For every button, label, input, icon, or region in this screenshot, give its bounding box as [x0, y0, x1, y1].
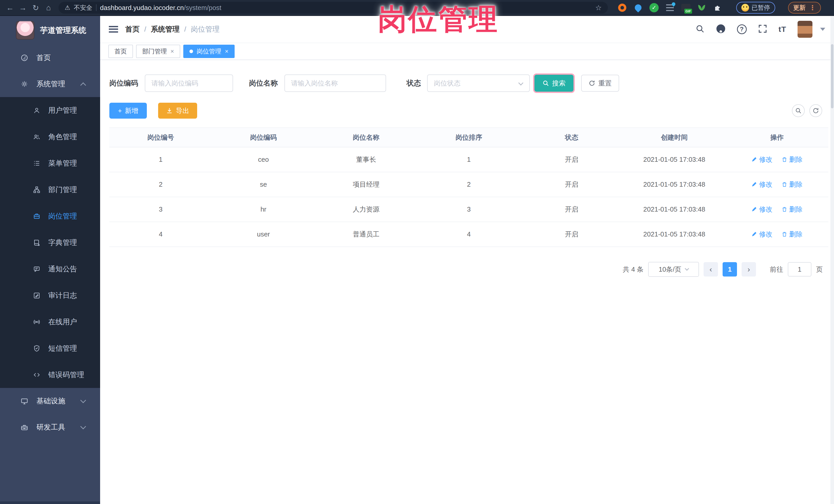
next-page-button[interactable]: › — [742, 262, 756, 277]
status-select[interactable]: 岗位状态 — [427, 74, 530, 92]
hide-search-button[interactable] — [792, 104, 805, 117]
post-code-input[interactable] — [145, 74, 233, 92]
book-icon — [33, 239, 41, 246]
cell-code: hr — [212, 197, 315, 222]
edit-link[interactable]: 修改 — [751, 180, 772, 189]
edit-log-icon — [33, 292, 41, 299]
extension-icon-check[interactable] — [650, 3, 659, 12]
extension-icon-plant[interactable] — [697, 3, 706, 12]
dashboard-icon — [21, 54, 28, 62]
refresh-table-button[interactable] — [809, 104, 822, 117]
edit-link[interactable]: 修改 — [751, 230, 772, 239]
fullscreen-icon[interactable] — [758, 24, 767, 35]
delete-link[interactable]: 删除 — [782, 205, 803, 214]
close-icon[interactable]: × — [225, 48, 228, 55]
search-form: 岗位编码 岗位名称 状态 岗位状态 搜索 重置 — [109, 74, 828, 92]
tab-post-mgmt[interactable]: 岗位管理 × — [183, 45, 235, 58]
url-path: /system/post — [184, 4, 221, 12]
reload-icon[interactable]: ↻ — [30, 2, 42, 14]
sidebar-item-dept-mgmt[interactable]: 部门管理 — [0, 176, 100, 203]
magnifier-icon — [542, 80, 549, 87]
sidebar-item-audit-log[interactable]: 审计日志 — [0, 282, 100, 309]
sidebar-item-label: 基础设施 — [37, 396, 65, 406]
status-label: 状态 — [407, 78, 421, 88]
sidebar-item-error-code[interactable]: 错误码管理 — [0, 361, 100, 388]
table-row: 3 hr 人力资源 3 开启 2021-01-05 17:03:48 修改 删除 — [109, 197, 828, 222]
total-count: 共 4 条 — [623, 265, 643, 274]
sidebar-item-menu-mgmt[interactable]: 菜单管理 — [0, 150, 100, 176]
sidebar-item-home[interactable]: 首页 — [0, 45, 100, 71]
pencil-icon — [751, 206, 757, 212]
sidebar-item-infrastructure[interactable]: 基础设施 — [0, 388, 100, 414]
refresh-icon — [812, 107, 819, 114]
scrollbar-track[interactable] — [830, 16, 834, 504]
menu-dots-icon[interactable]: ⋮ — [809, 4, 816, 12]
back-icon[interactable]: ← — [4, 2, 16, 14]
tab-home[interactable]: 首页 — [108, 45, 133, 58]
close-icon[interactable]: × — [171, 48, 174, 55]
table-row: 2 se 项目经理 2 开启 2021-01-05 17:03:48 修改 删除 — [109, 172, 828, 197]
add-button[interactable]: + 新增 — [109, 103, 147, 118]
sidebar-item-role-mgmt[interactable]: 角色管理 — [0, 124, 100, 150]
search-icon[interactable] — [695, 24, 705, 35]
export-button-label: 导出 — [176, 106, 189, 115]
sidebar-item-dict-mgmt[interactable]: 字典管理 — [0, 229, 100, 256]
home-icon[interactable]: ⌂ — [43, 2, 54, 14]
reset-button[interactable]: 重置 — [581, 75, 619, 92]
caret-down-icon[interactable] — [820, 28, 825, 31]
sidebar-item-online-users[interactable]: 在线用户 — [0, 309, 100, 335]
cell-status: 开启 — [520, 172, 623, 197]
extension-icon-sliders[interactable] — [665, 3, 675, 12]
hamburger-icon[interactable] — [109, 26, 118, 32]
cell-id: 3 — [109, 197, 212, 222]
github-icon[interactable] — [716, 24, 726, 35]
font-size-icon[interactable]: tT — [778, 25, 786, 34]
post-name-input[interactable] — [284, 74, 386, 92]
sidebar-item-post-mgmt[interactable]: 岗位管理 — [0, 203, 100, 229]
cell-name: 普通员工 — [315, 222, 417, 247]
page-size-value: 10条/页 — [659, 265, 681, 274]
forward-icon[interactable]: → — [17, 2, 29, 14]
breadcrumb-home[interactable]: 首页 — [125, 24, 140, 34]
app-logo-row[interactable]: 芋道管理系统 — [0, 16, 100, 45]
sidebar-item-notice[interactable]: 通知公告 — [0, 256, 100, 282]
sidebar-item-label: 系统管理 — [37, 79, 65, 89]
tab-dept-mgmt[interactable]: 部门管理 × — [136, 45, 180, 58]
page-size-select[interactable]: 10条/页 — [648, 262, 699, 277]
url-domain: dashboard.yudao.iocoder.cn — [100, 4, 184, 12]
profile-paused-badge[interactable]: 已暂停 — [736, 2, 775, 14]
edit-link[interactable]: 修改 — [751, 205, 772, 214]
extensions-puzzle-icon[interactable] — [713, 3, 722, 12]
sidebar-item-system[interactable]: 系统管理 — [0, 71, 100, 97]
help-icon[interactable]: ? — [737, 24, 747, 34]
user-avatar[interactable] — [797, 21, 812, 38]
goto-page-input[interactable] — [788, 262, 811, 277]
extension-icon-orange[interactable] — [618, 3, 627, 12]
edit-link[interactable]: 修改 — [751, 155, 772, 164]
users-icon — [33, 133, 41, 141]
export-button[interactable]: 导出 — [158, 103, 197, 118]
extension-icon-gif[interactable]: GIF — [681, 3, 690, 12]
paused-label: 已暂停 — [752, 4, 770, 12]
bookmark-star-icon[interactable]: ☆ — [595, 4, 602, 12]
prev-page-button[interactable]: ‹ — [704, 262, 718, 277]
address-bar[interactable]: ⚠ 不安全 dashboard.yudao.iocoder.cn/system/… — [59, 2, 608, 14]
extension-icon-pin[interactable] — [634, 3, 643, 12]
breadcrumb-system[interactable]: 系统管理 — [151, 24, 180, 34]
scrollbar-thumb[interactable] — [831, 44, 833, 108]
update-browser-button[interactable]: 更新 ⋮ — [788, 2, 821, 14]
current-page-button[interactable]: 1 — [723, 262, 737, 277]
delete-link[interactable]: 删除 — [782, 180, 803, 189]
browser-toolbar: ← → ↻ ⌂ ⚠ 不安全 dashboard.yudao.iocoder.cn… — [0, 0, 834, 16]
sidebar-item-sms-mgmt[interactable]: 短信管理 — [0, 335, 100, 361]
search-button[interactable]: 搜索 — [534, 75, 573, 92]
delete-link[interactable]: 删除 — [782, 230, 803, 239]
trash-icon — [782, 157, 787, 162]
delete-link[interactable]: 删除 — [782, 155, 803, 164]
col-actions: 操作 — [726, 128, 828, 147]
sidebar-item-user-mgmt[interactable]: 用户管理 — [0, 97, 100, 124]
tags-view-bar: 首页 部门管理 × 岗位管理 × — [100, 43, 834, 60]
divider — [96, 4, 96, 11]
chevron-down-icon — [685, 266, 689, 271]
sidebar-item-devtools[interactable]: 研发工具 — [0, 414, 100, 440]
